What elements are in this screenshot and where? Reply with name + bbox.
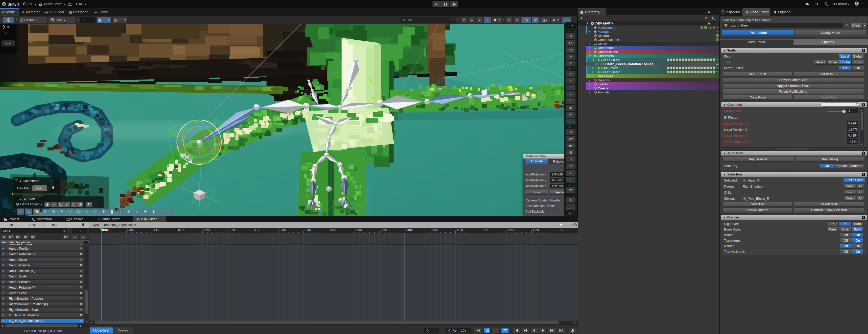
svg-text:1:30: 1:30 bbox=[558, 228, 564, 232]
svg-text:0:10: 0:10 bbox=[153, 228, 159, 232]
svg-text:0:40: 0:40 bbox=[305, 228, 311, 232]
svg-text:0:35: 0:35 bbox=[279, 228, 286, 232]
svg-text:1:05: 1:05 bbox=[431, 228, 437, 232]
svg-text:0:25: 0:25 bbox=[228, 228, 235, 232]
svg-text:0:50: 0:50 bbox=[355, 228, 362, 232]
svg-text:1:15: 1:15 bbox=[482, 228, 488, 232]
svg-text:0:30: 0:30 bbox=[254, 228, 260, 232]
svg-text:1:20: 1:20 bbox=[507, 228, 514, 232]
svg-text:0:55: 0:55 bbox=[381, 228, 387, 232]
svg-text:0:15: 0:15 bbox=[178, 228, 184, 232]
svg-text:1:10: 1:10 bbox=[457, 228, 463, 232]
svg-text:1:00: 1:00 bbox=[406, 228, 412, 232]
svg-text:0:20: 0:20 bbox=[204, 228, 210, 232]
svg-text:0:45: 0:45 bbox=[330, 228, 336, 232]
svg-text:1:25: 1:25 bbox=[532, 228, 539, 232]
svg-text:0:00: 0:00 bbox=[102, 228, 108, 232]
svg-text:0:05: 0:05 bbox=[127, 228, 134, 232]
